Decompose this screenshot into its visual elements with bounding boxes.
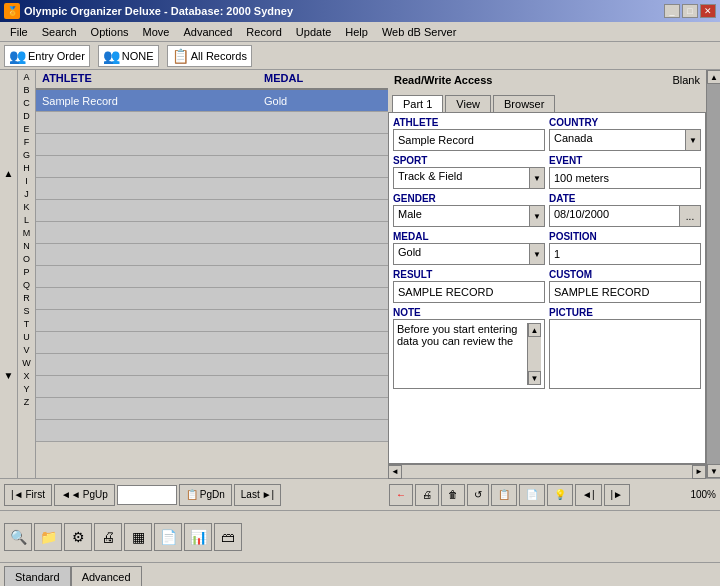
alpha-e[interactable]: E xyxy=(18,122,35,135)
tool-table[interactable]: ▦ xyxy=(124,523,152,551)
note-scrollbar[interactable]: ▲ ▼ xyxy=(527,323,541,385)
list-row[interactable] xyxy=(36,376,388,398)
alpha-n[interactable]: N xyxy=(18,239,35,252)
tool-database[interactable]: 🗃 xyxy=(214,523,242,551)
position-input[interactable]: 1 xyxy=(549,243,701,265)
next-record-button[interactable]: |► xyxy=(604,484,631,506)
list-row[interactable] xyxy=(36,266,388,288)
tool-document[interactable]: 📄 xyxy=(154,523,182,551)
close-button[interactable]: ✕ xyxy=(700,4,716,18)
list-row[interactable] xyxy=(36,112,388,134)
nav-down-arrow[interactable]: ▼ xyxy=(4,370,14,381)
paste-button[interactable]: 📄 xyxy=(519,484,545,506)
alpha-q[interactable]: Q xyxy=(18,278,35,291)
list-row[interactable]: Sample Record Gold xyxy=(36,90,388,112)
delete-button[interactable]: 🗑 xyxy=(441,484,465,506)
tool-chart[interactable]: 📊 xyxy=(184,523,212,551)
alpha-y[interactable]: Y xyxy=(18,382,35,395)
alpha-h[interactable]: H xyxy=(18,161,35,174)
alpha-a[interactable]: A xyxy=(18,70,35,83)
list-row[interactable] xyxy=(36,420,388,442)
alpha-t[interactable]: T xyxy=(18,317,35,330)
nav-up-arrow[interactable]: ▲ xyxy=(4,168,14,179)
scroll-track-v[interactable] xyxy=(707,84,720,464)
last-button[interactable]: Last ►| xyxy=(234,484,281,506)
alpha-u[interactable]: U xyxy=(18,330,35,343)
alpha-l[interactable]: L xyxy=(18,213,35,226)
list-row[interactable] xyxy=(36,178,388,200)
list-row[interactable] xyxy=(36,354,388,376)
scroll-track[interactable] xyxy=(402,466,692,478)
gender-input[interactable]: Male ▼ xyxy=(393,205,545,227)
custom-input[interactable]: SAMPLE RECORD xyxy=(549,281,701,303)
athlete-input[interactable]: Sample Record xyxy=(393,129,545,151)
alpha-k[interactable]: K xyxy=(18,200,35,213)
alpha-d[interactable]: D xyxy=(18,109,35,122)
list-row[interactable] xyxy=(36,310,388,332)
entry-order-section[interactable]: 👥 Entry Order xyxy=(4,45,90,67)
scroll-left-btn[interactable]: ◄ xyxy=(388,465,402,479)
gender-dropdown-btn[interactable]: ▼ xyxy=(529,205,545,227)
prev-record-button[interactable]: ◄| xyxy=(575,484,602,506)
list-row[interactable] xyxy=(36,244,388,266)
tool-search[interactable]: 🔍 xyxy=(4,523,32,551)
record-number-input[interactable] xyxy=(117,485,177,505)
first-button[interactable]: |◄ First xyxy=(4,484,52,506)
list-row[interactable] xyxy=(36,156,388,178)
alpha-o[interactable]: O xyxy=(18,252,35,265)
event-input[interactable]: 100 meters xyxy=(549,167,701,189)
all-records-section[interactable]: 📋 All Records xyxy=(167,45,252,67)
country-dropdown-btn[interactable]: ▼ xyxy=(685,129,701,151)
scroll-right-btn[interactable]: ► xyxy=(692,465,706,479)
tab-part1[interactable]: Part 1 xyxy=(392,95,443,112)
note-scroll-up[interactable]: ▲ xyxy=(528,323,541,337)
print-button[interactable]: 🖨 xyxy=(415,484,439,506)
list-row[interactable] xyxy=(36,200,388,222)
medal-dropdown-btn[interactable]: ▼ xyxy=(529,243,545,265)
alpha-w[interactable]: W xyxy=(18,356,35,369)
sport-dropdown-btn[interactable]: ▼ xyxy=(529,167,545,189)
list-row[interactable] xyxy=(36,398,388,420)
alpha-c[interactable]: C xyxy=(18,96,35,109)
alpha-m[interactable]: M xyxy=(18,226,35,239)
scroll-down-btn[interactable]: ▼ xyxy=(707,464,720,478)
alpha-b[interactable]: B xyxy=(18,83,35,96)
note-input[interactable]: Before you start entering data you can r… xyxy=(393,319,545,389)
tab-view[interactable]: View xyxy=(445,95,491,112)
alpha-j[interactable]: J xyxy=(18,187,35,200)
date-input[interactable]: 08/10/2000 ... xyxy=(549,205,701,227)
alpha-f[interactable]: F xyxy=(18,135,35,148)
date-picker-btn[interactable]: ... xyxy=(679,205,701,227)
list-row[interactable] xyxy=(36,288,388,310)
menu-help[interactable]: Help xyxy=(339,24,374,40)
alpha-g[interactable]: G xyxy=(18,148,35,161)
list-row[interactable] xyxy=(36,134,388,156)
menu-file[interactable]: File xyxy=(4,24,34,40)
none-section[interactable]: 👥 NONE xyxy=(98,45,159,67)
menu-options[interactable]: Options xyxy=(85,24,135,40)
menu-advanced[interactable]: Advanced xyxy=(177,24,238,40)
alpha-x[interactable]: X xyxy=(18,369,35,382)
blank-button[interactable]: Blank xyxy=(672,74,700,86)
menu-move[interactable]: Move xyxy=(137,24,176,40)
tab-standard[interactable]: Standard xyxy=(4,566,71,586)
note-scroll-down[interactable]: ▼ xyxy=(528,371,541,385)
back-arrow-button[interactable]: ← xyxy=(389,484,413,506)
sport-input[interactable]: Track & Field ▼ xyxy=(393,167,545,189)
copy-button[interactable]: 📋 xyxy=(491,484,517,506)
alpha-z[interactable]: Z xyxy=(18,395,35,408)
menu-record[interactable]: Record xyxy=(240,24,287,40)
refresh-button[interactable]: ↺ xyxy=(467,484,489,506)
alpha-i[interactable]: I xyxy=(18,174,35,187)
pgup-button[interactable]: ◄◄ PgUp xyxy=(54,484,115,506)
alpha-v[interactable]: V xyxy=(18,343,35,356)
menu-webdb[interactable]: Web dB Server xyxy=(376,24,462,40)
result-input[interactable]: SAMPLE RECORD xyxy=(393,281,545,303)
list-row[interactable] xyxy=(36,332,388,354)
tab-browser[interactable]: Browser xyxy=(493,95,555,112)
alpha-r[interactable]: R xyxy=(18,291,35,304)
tool-folder[interactable]: 📁 xyxy=(34,523,62,551)
alpha-s[interactable]: S xyxy=(18,304,35,317)
menu-update[interactable]: Update xyxy=(290,24,337,40)
medal-input[interactable]: Gold ▼ xyxy=(393,243,545,265)
